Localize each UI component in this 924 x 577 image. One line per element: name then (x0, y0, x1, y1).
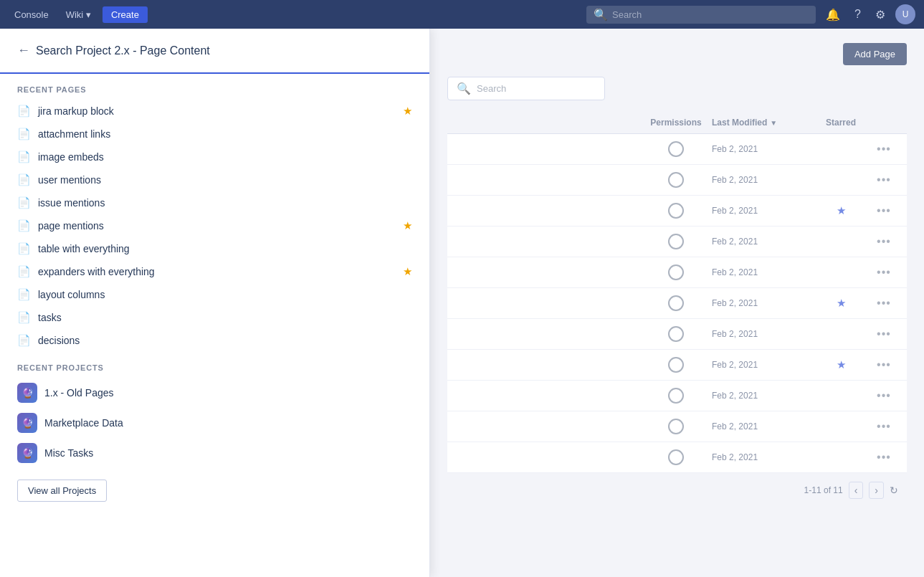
page-list-item[interactable]: 📄 tasks (0, 306, 429, 329)
prev-page-button[interactable]: ‹ (849, 482, 864, 499)
row-actions-menu[interactable]: ••• (870, 297, 898, 310)
table-row[interactable]: Feb 2, 2021 ••• (447, 411, 907, 442)
table-row[interactable]: Feb 2, 2021 ••• (447, 257, 907, 288)
page-item-name: jira markup block (38, 105, 396, 117)
content-search-input[interactable] (477, 83, 596, 94)
avatar[interactable]: U (895, 4, 915, 24)
page-list-item[interactable]: 📄 attachment links (0, 123, 429, 146)
bell-icon[interactable]: 🔔 (821, 5, 844, 24)
nav-console[interactable]: Console (9, 6, 54, 23)
row-actions-menu[interactable]: ••• (870, 235, 898, 248)
project-list-item[interactable]: 🔮 Misc Tasks (0, 438, 429, 468)
search-icon: 🔍 (594, 8, 608, 22)
page-doc-icon: 📄 (17, 105, 31, 118)
more-options-icon[interactable]: ••• (877, 204, 891, 217)
project-list-item[interactable]: 🔮 1.x - Old Pages (0, 378, 429, 408)
back-arrow-icon: ← (17, 43, 30, 58)
col-header-modified[interactable]: Last Modified ▼ (712, 118, 812, 128)
next-page-button[interactable]: › (869, 482, 884, 499)
pagination-bar: 1-11 of 11 ‹ › ↻ (447, 473, 907, 507)
page-list-item[interactable]: 📄 decisions (0, 329, 429, 352)
more-options-icon[interactable]: ••• (877, 389, 891, 402)
page-list-item[interactable]: 📄 jira markup block ★ (0, 100, 429, 123)
page-list-item[interactable]: 📄 layout columns (0, 283, 429, 306)
table-row[interactable]: Feb 2, 2021 ••• (447, 134, 907, 165)
row-permissions (640, 419, 712, 434)
table-row[interactable]: Feb 2, 2021 ••• (447, 381, 907, 411)
pages-table: Permissions Last Modified ▼ Starred Feb … (447, 112, 907, 473)
more-options-icon[interactable]: ••• (877, 420, 891, 433)
star-filled-icon[interactable]: ★ (403, 265, 412, 278)
star-filled-icon[interactable]: ★ (837, 297, 846, 310)
page-list-item[interactable]: 📄 issue mentions (0, 191, 429, 214)
row-actions-menu[interactable]: ••• (870, 143, 898, 156)
back-button[interactable]: ← Search Project 2.x - Page Content (17, 43, 412, 58)
nav-create[interactable]: Create (103, 6, 148, 23)
row-starred[interactable]: ★ (812, 358, 870, 371)
table-row[interactable]: Feb 2, 2021 ••• (447, 442, 907, 473)
table-row[interactable]: Feb 2, 2021 ••• (447, 165, 907, 196)
col-header-permissions: Permissions (640, 118, 712, 128)
refresh-button[interactable]: ↻ (890, 485, 898, 496)
row-actions-menu[interactable]: ••• (870, 389, 898, 402)
view-all-projects-button[interactable]: View all Projects (17, 480, 107, 502)
page-item-name: layout columns (38, 289, 412, 300)
search-title: Search Project 2.x - Page Content (36, 44, 210, 57)
row-actions-menu[interactable]: ••• (870, 451, 898, 464)
more-options-icon[interactable]: ••• (877, 358, 891, 371)
table-row[interactable]: Feb 2, 2021 ★ ••• (447, 350, 907, 381)
row-actions-menu[interactable]: ••• (870, 420, 898, 433)
project-avatar: 🔮 (17, 413, 37, 433)
table-row[interactable]: Feb 2, 2021 ★ ••• (447, 196, 907, 226)
table-row[interactable]: Feb 2, 2021 ••• (447, 319, 907, 350)
project-item-name: Misc Tasks (44, 447, 93, 459)
row-actions-menu[interactable]: ••• (870, 173, 898, 186)
table-body: Feb 2, 2021 ••• Feb 2, 2021 ••• (447, 134, 907, 473)
more-options-icon[interactable]: ••• (877, 143, 891, 156)
permissions-circle (668, 295, 684, 311)
star-filled-icon[interactable]: ★ (403, 105, 412, 118)
table-row[interactable]: Feb 2, 2021 ••• (447, 226, 907, 257)
page-doc-icon: 📄 (17, 219, 31, 232)
row-actions-menu[interactable]: ••• (870, 328, 898, 340)
row-permissions (640, 449, 712, 465)
global-search-box[interactable]: 🔍 (586, 6, 816, 24)
nav-wiki[interactable]: Wiki ▾ (60, 6, 97, 23)
more-options-icon[interactable]: ••• (877, 173, 891, 186)
add-page-button[interactable]: Add Page (843, 43, 907, 65)
page-list-item[interactable]: 📄 page mentions ★ (0, 214, 429, 237)
more-options-icon[interactable]: ••• (877, 235, 891, 248)
content-search-box[interactable]: 🔍 (447, 77, 605, 100)
settings-icon[interactable]: ⚙ (871, 5, 890, 24)
row-permissions (640, 141, 712, 157)
help-icon[interactable]: ? (850, 5, 865, 24)
more-options-icon[interactable]: ••• (877, 266, 891, 279)
more-options-icon[interactable]: ••• (877, 328, 891, 340)
table-row[interactable]: Feb 2, 2021 ★ ••• (447, 288, 907, 319)
star-filled-icon[interactable]: ★ (403, 219, 412, 232)
page-list-item[interactable]: 📄 user mentions (0, 168, 429, 191)
page-list-item[interactable]: 📄 expanders with everything ★ (0, 260, 429, 283)
page-list-item[interactable]: 📄 image embeds (0, 146, 429, 168)
more-options-icon[interactable]: ••• (877, 297, 891, 310)
page-item-name: expanders with everything (38, 266, 396, 277)
row-modified-date: Feb 2, 2021 (712, 452, 812, 462)
row-modified-date: Feb 2, 2021 (712, 391, 812, 401)
pagination-range: 1-11 of 11 (804, 485, 843, 495)
row-actions-menu[interactable]: ••• (870, 266, 898, 279)
row-actions-menu[interactable]: ••• (870, 204, 898, 217)
row-starred[interactable]: ★ (812, 204, 870, 217)
project-list-item[interactable]: 🔮 Marketplace Data (0, 408, 429, 438)
row-actions-menu[interactable]: ••• (870, 358, 898, 371)
page-doc-icon: 📄 (17, 265, 31, 278)
global-search-input[interactable] (612, 9, 809, 20)
recent-projects-list: 🔮 1.x - Old Pages 🔮 Marketplace Data 🔮 M… (0, 378, 429, 468)
row-permissions (640, 295, 712, 311)
star-filled-icon[interactable]: ★ (837, 204, 846, 217)
star-filled-icon[interactable]: ★ (837, 358, 846, 371)
more-options-icon[interactable]: ••• (877, 451, 891, 464)
page-list-item[interactable]: 📄 table with everything (0, 237, 429, 260)
row-starred[interactable]: ★ (812, 297, 870, 310)
recent-pages-list: 📄 jira markup block ★ 📄 attachment links… (0, 100, 429, 352)
main-layout: ← Search Project 2.x - Page Content RECE… (0, 29, 924, 577)
